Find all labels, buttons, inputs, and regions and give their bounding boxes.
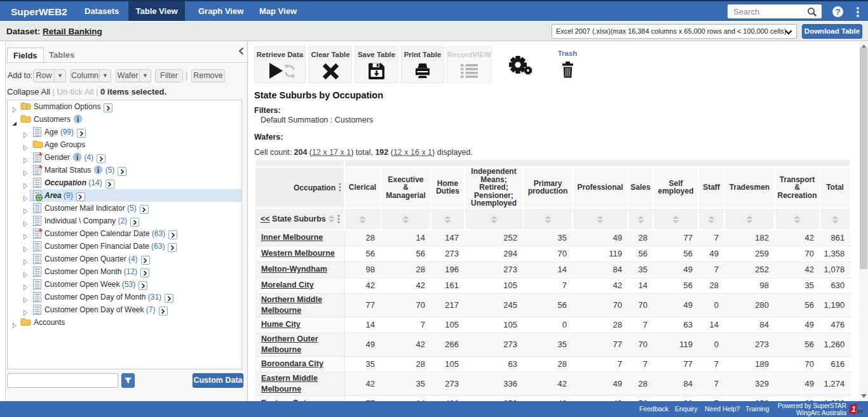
svg-text:1: 1 [851,405,856,414]
svg-text:Σ: Σ [25,102,29,110]
svg-text:ST: ST [857,409,864,414]
